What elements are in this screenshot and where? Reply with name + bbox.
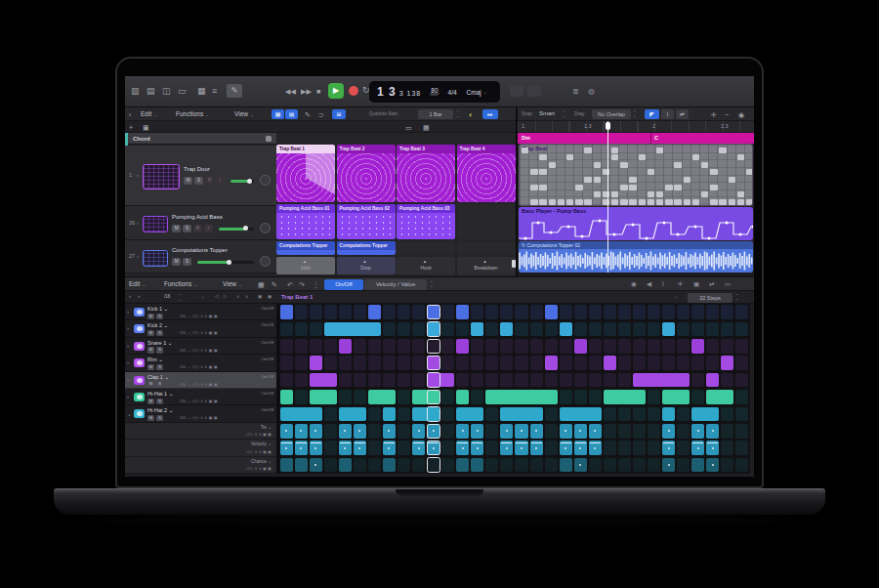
collaboration-icon[interactable]: ◍ — [588, 87, 595, 96]
step-cell[interactable] — [412, 373, 425, 388]
step-cell[interactable] — [441, 339, 454, 354]
step-cell[interactable] — [735, 305, 748, 319]
step-cell[interactable] — [648, 322, 660, 337]
midi-note[interactable] — [719, 147, 726, 153]
row-mini-controls[interactable]: /16 → ◁ ▷ ∨ ∧ ▣ ▣ — [180, 348, 218, 353]
subrow-mini-controls[interactable]: ◁ ▷ ∨ ∧ ▣ ▣ — [209, 466, 272, 471]
seq-subrow[interactable]: Velocity ⌄◁ ▷ ∨ ∧ ▣ ▣ — [125, 440, 276, 456]
step-cell[interactable] — [545, 407, 558, 422]
seq-menu-edit[interactable]: Edit⌄ — [129, 280, 146, 287]
step-cell[interactable] — [383, 356, 396, 370]
step-cell[interactable] — [721, 407, 733, 422]
note-edit-icon[interactable]: ✎ — [272, 280, 277, 289]
midi-note[interactable] — [611, 154, 618, 160]
step-cell[interactable] — [530, 356, 543, 370]
step-cell[interactable] — [441, 407, 454, 422]
volume-slider[interactable] — [197, 261, 254, 264]
step-cell[interactable] — [500, 339, 513, 354]
step-cell[interactable] — [310, 322, 322, 337]
seq-menu-view[interactable]: View⌄ — [223, 280, 242, 287]
step-cell[interactable] — [339, 373, 352, 388]
step-cell[interactable] — [295, 305, 308, 319]
ibeam-tool-button[interactable]: I — [661, 109, 674, 119]
scene-trigger[interactable]: ▲Drop — [337, 257, 396, 274]
step-cell[interactable] — [368, 356, 381, 370]
step-cell[interactable] — [706, 356, 719, 370]
step-cell[interactable] — [354, 339, 366, 354]
midi-note[interactable] — [710, 199, 717, 205]
step-cell-active[interactable] — [295, 424, 308, 439]
step-cell-active[interactable] — [339, 424, 352, 439]
step-cell-active[interactable] — [310, 356, 322, 370]
automation-point[interactable] — [739, 233, 742, 236]
cells-icon[interactable]: ▣ — [693, 280, 699, 288]
step-cell[interactable] — [545, 373, 558, 388]
step-cell[interactable] — [441, 305, 454, 319]
step-cell[interactable] — [412, 356, 425, 370]
midi-note[interactable] — [665, 185, 672, 190]
step-cell-active[interactable] — [589, 424, 602, 439]
step-cell-active[interactable] — [339, 458, 352, 473]
midi-note[interactable] — [701, 162, 708, 168]
step-cell-active[interactable] — [310, 373, 337, 388]
step-cell[interactable] — [324, 424, 337, 439]
scene-trigger[interactable]: ▲Intro — [276, 257, 335, 274]
cell-loop-moon-icon[interactable]: ◐ — [469, 110, 473, 119]
step-cell-active[interactable] — [412, 424, 425, 439]
step-cell[interactable] — [368, 339, 381, 354]
step-cell[interactable] — [280, 373, 293, 388]
step-cell[interactable] — [427, 458, 440, 473]
step-cell[interactable] — [310, 339, 322, 354]
chord-strip[interactable] — [518, 133, 754, 144]
step-cell[interactable] — [500, 458, 513, 473]
step-cell-active[interactable] — [706, 424, 719, 439]
step-cell[interactable] — [735, 458, 748, 473]
rotate-right-icon[interactable]: ▷ — [224, 294, 227, 299]
loop-brace-icon[interactable]: ⊃ — [318, 110, 324, 119]
midi-note[interactable] — [611, 199, 618, 205]
step-cell-active[interactable] — [706, 458, 719, 473]
midi-note[interactable] — [620, 162, 627, 168]
step-cell[interactable] — [485, 322, 498, 337]
step-cell[interactable] — [574, 322, 587, 337]
live-loops-cell[interactable]: Trap Beat 4 — [457, 145, 516, 202]
volume-knob[interactable] — [227, 260, 231, 265]
step-cell-active[interactable] — [339, 441, 352, 455]
step-cell-active[interactable] — [383, 441, 396, 455]
chord-edit-icon[interactable] — [266, 136, 272, 142]
midi-note[interactable] — [665, 199, 672, 205]
step-cell-active[interactable] — [456, 441, 469, 455]
track-m-button[interactable]: M — [172, 258, 181, 266]
seq-track-row[interactable]: ›Kick 2 ⌄MS/16 → ◁ ▷ ∨ ∧ ▣ ▣On/Off — [125, 320, 276, 337]
step-cell-active[interactable] — [471, 441, 483, 455]
row-m-button[interactable]: M — [147, 314, 154, 320]
midi-note[interactable] — [603, 191, 609, 197]
step-cell[interactable] — [589, 305, 602, 319]
step-cell-active[interactable] — [456, 305, 469, 319]
step-cell[interactable] — [354, 305, 366, 319]
step-cell[interactable] — [456, 373, 469, 388]
devices-icon[interactable]: ▥ — [131, 86, 140, 96]
step-cell[interactable] — [530, 458, 543, 473]
step-cell[interactable] — [633, 356, 646, 370]
step-cell-active[interactable] — [500, 407, 542, 422]
step-cell-active[interactable] — [427, 305, 440, 319]
step-cell-active[interactable] — [383, 424, 396, 439]
step-cell[interactable] — [721, 441, 733, 455]
step-cell[interactable] — [471, 390, 483, 404]
inspector-icon[interactable]: ◫ — [162, 86, 171, 96]
midi-note[interactable] — [674, 185, 681, 190]
midi-note[interactable] — [566, 154, 573, 160]
step-cell-active[interactable] — [280, 305, 293, 319]
step-cell-active[interactable] — [354, 441, 366, 455]
step-cell[interactable] — [677, 458, 690, 473]
play-button[interactable]: ▶ — [328, 83, 344, 99]
automation-point[interactable] — [599, 220, 602, 223]
volume-knob[interactable] — [247, 179, 252, 184]
layers-icon[interactable]: ▣ — [143, 123, 149, 132]
step-cell[interactable] — [485, 305, 498, 319]
step-cell-active[interactable] — [456, 458, 469, 473]
crosshair-icon[interactable]: ✛ — [678, 280, 683, 288]
marquee-tool-button[interactable]: ⇄ — [676, 109, 689, 119]
step-cell-active[interactable] — [706, 390, 733, 404]
